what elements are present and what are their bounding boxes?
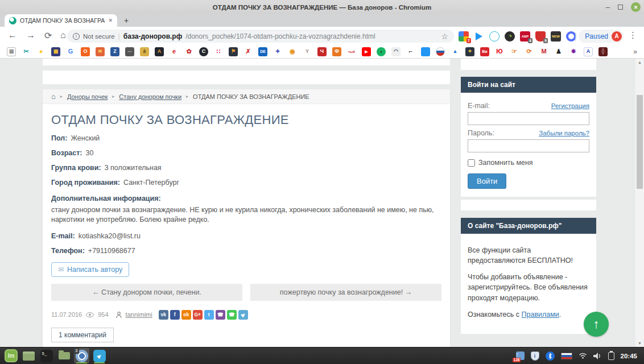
abp-extension-icon[interactable]: ABP4 [520, 31, 530, 42]
play-extension-icon[interactable] [474, 31, 484, 42]
wifi-icon[interactable] [579, 353, 587, 359]
de-bookmark-icon[interactable]: DE [258, 47, 267, 56]
chromium-app-icon[interactable]: 3 [74, 348, 89, 363]
scroll-to-top-button[interactable]: ↑ [584, 312, 609, 337]
back-icon[interactable]: ← [8, 30, 17, 40]
new-tab-button[interactable]: + [124, 16, 129, 25]
blue-shield-bookmark-icon[interactable] [421, 47, 430, 56]
donut-bookmark-icon[interactable]: ◉ [288, 47, 297, 56]
odnoklassniki-share-icon[interactable]: ok [181, 310, 191, 320]
youtube-bookmark-icon[interactable]: ▶ [362, 47, 371, 56]
e-red-bookmark-icon[interactable]: e [170, 47, 179, 56]
photos-extension-icon[interactable]: 7 [459, 31, 469, 42]
bookmark-star-icon[interactable]: ☆ [441, 32, 448, 41]
viber-share-icon[interactable]: ☎ [216, 310, 225, 320]
minimize-button[interactable]: – [606, 5, 610, 10]
next-article-link[interactable]: пожертвую почку за вознагрождение! → [250, 284, 441, 301]
whatsapp-share-icon[interactable]: ☎ [227, 310, 237, 320]
close-window-button[interactable]: ✕ [631, 2, 641, 12]
address-bar[interactable]: i Not secure | база-доноров.рф /donors_p… [67, 30, 454, 43]
dark-flag-bookmark-icon[interactable]: ⚑ [229, 47, 238, 56]
hand-cursor-bookmark-icon[interactable]: ☞ [510, 47, 519, 56]
scrollbar-down-icon[interactable]: ▼ [635, 341, 644, 345]
aliexpress-bookmark-icon[interactable]: A [155, 47, 164, 56]
clipboard-icon[interactable] [608, 352, 614, 360]
document-bookmark-icon[interactable]: ▤ [7, 47, 16, 56]
russia-flag-bookmark-icon[interactable] [436, 47, 445, 56]
striped-candy-bookmark-icon[interactable]: ≋ [96, 47, 105, 56]
forgot-password-link[interactable]: Забыли пароль? [539, 130, 589, 136]
write-author-button[interactable]: ✉ Написать автору [51, 262, 129, 277]
scrollbar-thumb[interactable] [637, 95, 643, 189]
restore-button[interactable] [618, 5, 623, 10]
yu-bookmark-icon[interactable]: Ю [495, 47, 504, 56]
browser-tab[interactable]: ОТДАМ ПОЧКУ ЗА ВОЗНАГРАЖ ✕ [5, 14, 117, 27]
blue-triangle-bookmark-icon[interactable]: ▲ [451, 47, 460, 56]
red-shield-ch-bookmark-icon[interactable]: Ч [317, 47, 327, 56]
dark-glove-bookmark-icon[interactable]: ♟ [554, 47, 563, 56]
scrollbar-up-icon[interactable]: ▲ [635, 60, 644, 64]
firewall-shield-icon[interactable]: i [531, 351, 539, 361]
author-link[interactable]: tannimimi [126, 311, 152, 318]
vk-share-icon[interactable]: vk [159, 310, 168, 320]
colorful-star-bookmark-icon[interactable]: ✦ [273, 47, 282, 56]
google-plus-share-icon[interactable]: G+ [193, 310, 203, 320]
red-figure-bookmark-icon[interactable]: ✗ [243, 47, 253, 56]
police-cap-bookmark-icon[interactable]: ◠ [391, 47, 401, 56]
close-tab-icon[interactable]: ✕ [108, 18, 113, 23]
color-dots-bookmark-icon[interactable]: ∷ [214, 47, 223, 56]
red-flower-bookmark-icon[interactable]: ✿ [184, 47, 193, 56]
page-scrollbar[interactable]: ▲ ▼ [635, 59, 644, 347]
update-manager-icon[interactable]: ↑ 128 [516, 351, 525, 360]
skater-bookmark-icon[interactable]: ✵ [569, 47, 578, 56]
lightbulb-bookmark-icon[interactable]: ● [36, 47, 46, 56]
mint-menu-button[interactable]: lm [3, 348, 19, 363]
home-breadcrumb-icon[interactable]: ⌂ [51, 92, 56, 101]
bluetooth-icon[interactable] [546, 351, 555, 361]
comments-tab[interactable]: 1 комментарий [51, 328, 114, 342]
reload-icon[interactable]: ⟳ [44, 30, 52, 41]
remember-me-checkbox[interactable] [468, 159, 475, 167]
terminal-app-icon[interactable]: $_ [39, 348, 54, 363]
deer-bookmark-icon[interactable]: Y [303, 47, 312, 56]
shopping-bag-bookmark-icon[interactable]: ▦ [51, 47, 60, 56]
vi-bookmark-icon[interactable]: Ви [480, 47, 489, 56]
folder-app-icon[interactable] [56, 348, 72, 363]
breadcrumb-link-category[interactable]: Стану донором почки [119, 93, 181, 100]
dark-red-emblem-bookmark-icon[interactable]: ╬ [598, 47, 608, 56]
facebook-share-icon[interactable]: f [170, 310, 180, 320]
password-field[interactable] [468, 139, 589, 152]
green-bird-bookmark-icon[interactable]: ● [377, 47, 386, 56]
telegram-share-icon[interactable]: ▶ [238, 310, 248, 320]
volume-icon[interactable] [593, 353, 602, 359]
bookmarks-overflow-icon[interactable]: » [633, 48, 637, 56]
sync-bookmark-icon[interactable]: ⟳ [525, 47, 534, 56]
adguard-extension-icon[interactable]: 9 [535, 31, 546, 42]
dots-bookmark-icon[interactable]: ··· [125, 47, 134, 56]
prev-article-link[interactable]: ← Стану донором почки, печени. [51, 284, 242, 301]
register-link[interactable]: Регистрация [551, 102, 589, 109]
ozon-bookmark-icon[interactable]: O [81, 47, 90, 56]
home-icon[interactable]: ⌂ [60, 30, 66, 40]
telegram-app-icon[interactable]: ▶ [92, 348, 107, 363]
keyboard-layout-flag-icon[interactable] [561, 353, 572, 359]
info-icon[interactable]: i [73, 33, 80, 40]
a-blue-bookmark-icon[interactable]: А [584, 47, 593, 56]
tyi-bookmark-icon[interactable]: тый [347, 47, 356, 56]
browser-menu-icon[interactable]: ⋮ [629, 30, 637, 40]
lens-extension-icon[interactable]: ◔ [505, 31, 515, 42]
navy-emblem-bookmark-icon[interactable]: ✦ [465, 47, 474, 56]
breadcrumb-link-donors[interactable]: Доноры почек [67, 93, 108, 100]
rules-link[interactable]: Правилами [522, 311, 559, 318]
c-circle-bookmark-icon[interactable]: C [199, 47, 208, 56]
twitter-share-icon[interactable]: t [204, 310, 214, 320]
new-extension-icon[interactable]: NEW [551, 31, 561, 42]
tickets-bookmark-icon[interactable]: ⋔ [140, 47, 149, 56]
profile-button[interactable]: Paused A [579, 30, 624, 43]
m-red-bookmark-icon[interactable]: M [539, 47, 548, 56]
z-bookmark-icon[interactable]: Z [110, 47, 119, 56]
login-button[interactable]: Войти [468, 173, 506, 189]
scissors-bookmark-icon[interactable]: ✂ [22, 47, 31, 56]
files-app-icon[interactable] [21, 348, 36, 363]
forward-icon[interactable]: → [26, 30, 35, 40]
